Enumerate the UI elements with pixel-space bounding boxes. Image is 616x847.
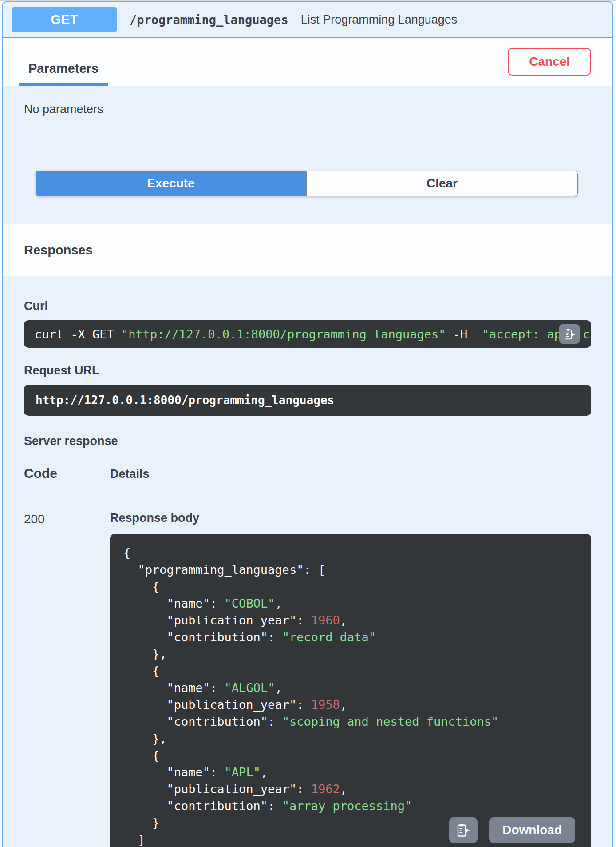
details-column-header: Details: [110, 467, 150, 481]
operation-block-get: GET /programming_languages List Programm…: [2, 1, 613, 847]
response-row-200: 200 Response body { "programming_languag…: [24, 511, 591, 847]
response-details-cell: Response body { "programming_languages":…: [110, 511, 591, 847]
parameters-section-header: Parameters Cancel: [3, 38, 612, 86]
request-url-bar: http://127.0.0.1:8000/programming_langua…: [24, 385, 591, 416]
responses-title: Responses: [24, 243, 93, 258]
response-body-json: { "programming_languages": [ { "name": "…: [123, 545, 578, 847]
server-response-label: Server response: [24, 434, 591, 448]
response-body-block: { "programming_languages": [ { "name": "…: [110, 534, 591, 847]
execute-button[interactable]: Execute: [36, 171, 306, 196]
response-body-label: Response body: [110, 511, 591, 525]
curl-command-bar: curl -X GET "http://127.0.0.1:8000/progr…: [24, 320, 591, 348]
code-column-header: Code: [24, 466, 110, 481]
cancel-button[interactable]: Cancel: [508, 48, 591, 76]
copy-response-button[interactable]: [449, 817, 478, 843]
request-url-label: Request URL: [24, 364, 591, 378]
endpoint-path: /programming_languages: [130, 13, 288, 27]
status-code: 200: [24, 511, 110, 526]
curl-label: Curl: [24, 299, 591, 313]
operation-summary-header[interactable]: GET /programming_languages List Programm…: [3, 2, 612, 38]
table-divider: [24, 493, 591, 493]
request-url-text: http://127.0.0.1:8000/programming_langua…: [36, 394, 334, 407]
responses-body: Curl curl -X GET "http://127.0.0.1:8000/…: [3, 299, 612, 847]
tab-parameters[interactable]: Parameters: [19, 61, 108, 86]
response-body-actions: Download: [449, 817, 575, 843]
endpoint-summary: List Programming Languages: [301, 13, 458, 27]
execute-clear-row: Execute Clear: [36, 171, 578, 196]
curl-command-text: curl -X GET "http://127.0.0.1:8000/progr…: [35, 327, 591, 341]
clipboard-copy-icon: [455, 822, 471, 838]
download-button[interactable]: Download: [489, 817, 575, 843]
clear-button[interactable]: Clear: [306, 171, 578, 196]
responses-section-header: Responses: [3, 224, 612, 276]
clipboard-copy-icon: [563, 327, 576, 341]
response-table-header: Code Details: [24, 466, 591, 481]
copy-curl-button[interactable]: [559, 324, 580, 344]
http-method-badge: GET: [12, 7, 117, 32]
no-parameters-text: No parameters: [3, 86, 612, 116]
